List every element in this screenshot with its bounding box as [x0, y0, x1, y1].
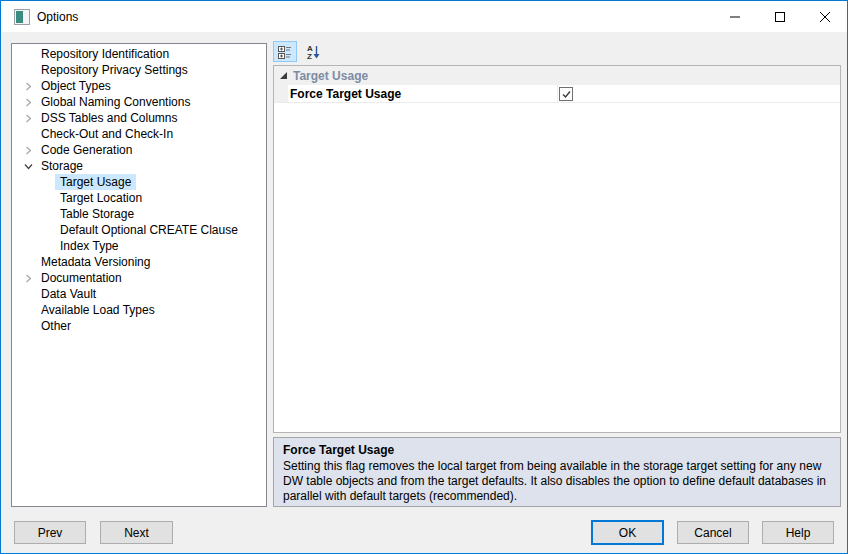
force-target-usage-checkbox[interactable] [559, 87, 573, 101]
cancel-button[interactable]: Cancel [677, 521, 749, 544]
sidebar-item-label: Other [36, 318, 76, 334]
column-divider [557, 85, 558, 102]
expander-expanded-icon[interactable] [20, 162, 36, 171]
property-grid-toolbar: A Z [273, 41, 325, 63]
sidebar-item-index-type[interactable]: Index Type [12, 238, 266, 254]
expander-collapsed-icon[interactable] [20, 274, 36, 283]
sidebar-item-label: Data Vault [36, 286, 101, 302]
chevron-right-icon [24, 82, 33, 91]
close-icon [820, 12, 830, 22]
titlebar[interactable]: Options [1, 1, 847, 32]
options-tree: Repository IdentificationRepository Priv… [11, 43, 267, 507]
expander-collapsed-icon[interactable] [20, 146, 36, 155]
sidebar-item-code-generation[interactable]: Code Generation [12, 142, 266, 158]
chevron-right-icon [24, 274, 33, 283]
sidebar-item-global-naming-conventions[interactable]: Global Naming Conventions [12, 94, 266, 110]
sidebar-item-other[interactable]: Other [12, 318, 266, 334]
sidebar-item-label: Target Location [55, 190, 147, 206]
close-button[interactable] [802, 1, 847, 32]
property-category-target-usage[interactable]: Target Usage [274, 66, 840, 85]
sidebar-item-storage[interactable]: Storage [12, 158, 266, 174]
sidebar-item-repository-identification[interactable]: Repository Identification [12, 46, 266, 62]
row-indent-strip [274, 85, 288, 102]
categorized-view-button[interactable] [273, 41, 297, 62]
sidebar-item-target-usage[interactable]: Target Usage [12, 174, 266, 190]
category-expanded-icon [280, 72, 287, 79]
chevron-down-icon [24, 162, 33, 171]
alphabetical-sort-button[interactable]: A Z [301, 41, 325, 62]
sidebar-item-label: Available Load Types [36, 302, 160, 318]
sidebar-item-check-out-and-check-in[interactable]: Check-Out and Check-In [12, 126, 266, 142]
maximize-icon [775, 12, 785, 22]
sidebar-item-object-types[interactable]: Object Types [12, 78, 266, 94]
expander-collapsed-icon[interactable] [20, 82, 36, 91]
sidebar-item-data-vault[interactable]: Data Vault [12, 286, 266, 302]
sidebar-item-label: DSS Tables and Columns [36, 110, 183, 126]
app-icon [14, 9, 30, 25]
sidebar-item-target-location[interactable]: Target Location [12, 190, 266, 206]
sidebar-item-label: Storage [36, 158, 88, 174]
window-title: Options [37, 10, 78, 24]
help-button[interactable]: Help [762, 521, 834, 544]
sidebar-item-label: Target Usage [55, 174, 136, 190]
sidebar-item-label: Default Optional CREATE Clause [55, 222, 243, 238]
chevron-right-icon [24, 146, 33, 155]
description-body: Setting this flag removes the local targ… [283, 459, 831, 504]
sidebar-item-label: Repository Identification [36, 46, 174, 62]
category-label: Target Usage [293, 69, 368, 83]
property-grid: Target Usage Force Target Usage [273, 65, 841, 433]
chevron-right-icon [24, 114, 33, 123]
sidebar-item-label: Index Type [55, 238, 124, 254]
sidebar-item-label: Repository Privacy Settings [36, 62, 193, 78]
property-name: Force Target Usage [288, 87, 401, 101]
sidebar-item-label: Metadata Versioning [36, 254, 155, 270]
expander-collapsed-icon[interactable] [20, 98, 36, 107]
sidebar-item-metadata-versioning[interactable]: Metadata Versioning [12, 254, 266, 270]
sidebar-item-label: Check-Out and Check-In [36, 126, 178, 142]
sidebar-item-label: Global Naming Conventions [36, 94, 195, 110]
maximize-button[interactable] [757, 1, 802, 32]
ok-button[interactable]: OK [591, 520, 664, 545]
minimize-button[interactable] [712, 1, 757, 32]
minimize-icon [730, 12, 740, 22]
sidebar-item-label: Table Storage [55, 206, 139, 222]
expander-collapsed-icon[interactable] [20, 114, 36, 123]
sidebar-item-dss-tables-and-columns[interactable]: DSS Tables and Columns [12, 110, 266, 126]
prev-button[interactable]: Prev [14, 521, 86, 544]
sidebar-item-repository-privacy-settings[interactable]: Repository Privacy Settings [12, 62, 266, 78]
sidebar-item-label: Object Types [36, 78, 116, 94]
alphabetical-sort-icon: A Z [305, 44, 321, 60]
sidebar-item-default-optional-create-clause[interactable]: Default Optional CREATE Clause [12, 222, 266, 238]
property-row-force-target-usage[interactable]: Force Target Usage [274, 85, 840, 103]
description-title: Force Target Usage [283, 443, 831, 457]
sidebar-item-label: Documentation [36, 270, 127, 286]
sidebar-item-documentation[interactable]: Documentation [12, 270, 266, 286]
categorized-view-icon [277, 44, 293, 60]
options-dialog: Options Repository IdentificationReposit… [0, 0, 848, 554]
next-button[interactable]: Next [100, 521, 173, 544]
sidebar-item-available-load-types[interactable]: Available Load Types [12, 302, 266, 318]
checkmark-icon [561, 89, 572, 100]
description-panel: Force Target Usage Setting this flag rem… [273, 437, 841, 507]
window-controls [712, 1, 847, 32]
chevron-right-icon [24, 98, 33, 107]
sidebar-item-table-storage[interactable]: Table Storage [12, 206, 266, 222]
svg-text:Z: Z [307, 52, 312, 60]
sidebar-item-label: Code Generation [36, 142, 137, 158]
